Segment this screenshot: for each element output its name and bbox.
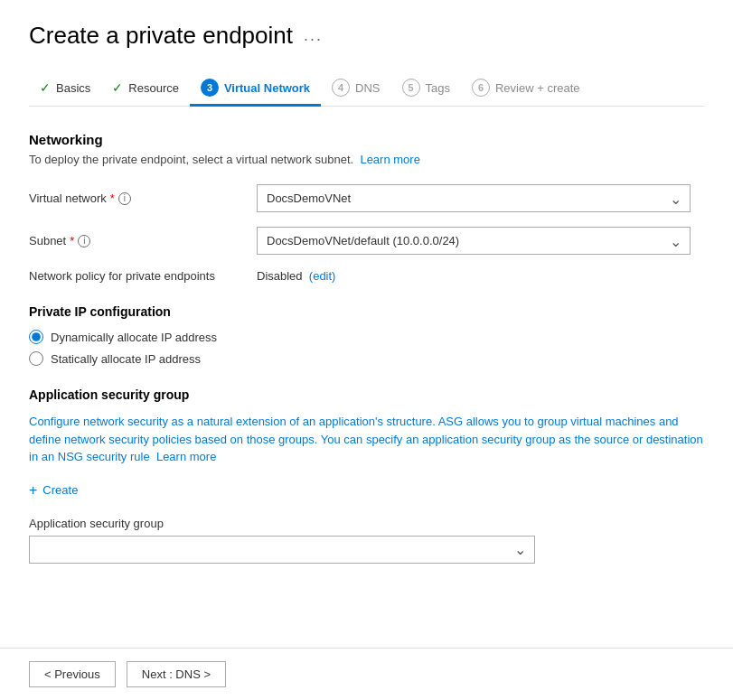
step-number-virtual-network: 3 bbox=[201, 79, 219, 97]
asg-title: Application security group bbox=[29, 387, 704, 402]
asg-select[interactable] bbox=[29, 536, 535, 564]
networking-section-title: Networking bbox=[29, 132, 704, 147]
radio-static-input[interactable] bbox=[29, 351, 43, 366]
private-ip-section: Private IP configuration Dynamically all… bbox=[29, 304, 704, 366]
network-policy-row: Network policy for private endpoints Dis… bbox=[29, 269, 704, 283]
virtual-network-info-icon[interactable]: i bbox=[118, 192, 131, 205]
step-label-tags: Tags bbox=[426, 81, 450, 95]
virtual-network-select-wrapper: DocsDemoVNet bbox=[257, 184, 691, 212]
previous-button[interactable]: < Previous bbox=[29, 661, 116, 687]
radio-dynamic-label: Dynamically allocate IP address bbox=[51, 331, 217, 344]
step-label-dns: DNS bbox=[355, 81, 380, 95]
step-label-virtual-network: Virtual Network bbox=[224, 81, 310, 95]
step-label-resource: Resource bbox=[128, 81, 179, 95]
footer: < Previous Next : DNS > bbox=[0, 648, 733, 700]
virtual-network-control: DocsDemoVNet bbox=[257, 184, 704, 212]
step-number-review-create: 6 bbox=[472, 79, 490, 97]
networking-section: Networking To deploy the private endpoin… bbox=[29, 132, 704, 283]
virtual-network-row: Virtual network * i DocsDemoVNet bbox=[29, 184, 704, 212]
subnet-label: Subnet * i bbox=[29, 234, 246, 247]
next-button[interactable]: Next : DNS > bbox=[127, 661, 226, 687]
asg-create-label: Create bbox=[42, 483, 78, 497]
step-number-tags: 5 bbox=[402, 79, 420, 97]
networking-section-desc: To deploy the private endpoint, select a… bbox=[29, 153, 704, 166]
network-policy-label: Network policy for private endpoints bbox=[29, 269, 246, 283]
wizard-step-basics[interactable]: ✓ Basics bbox=[29, 73, 101, 105]
network-policy-value: Disabled (edit) bbox=[257, 269, 335, 283]
check-icon-resource: ✓ bbox=[112, 80, 123, 95]
private-ip-title: Private IP configuration bbox=[29, 304, 704, 319]
subnet-required: * bbox=[70, 234, 74, 247]
subnet-select[interactable]: DocsDemoVNet/default (10.0.0.0/24) bbox=[257, 227, 691, 255]
asg-select-wrapper bbox=[29, 536, 535, 564]
subnet-select-wrapper: DocsDemoVNet/default (10.0.0.0/24) bbox=[257, 227, 691, 255]
asg-description: Configure network security as a natural … bbox=[29, 413, 704, 466]
virtual-network-label: Virtual network * i bbox=[29, 191, 246, 205]
subnet-control: DocsDemoVNet/default (10.0.0.0/24) bbox=[257, 227, 704, 255]
wizard-step-review-create[interactable]: 6 Review + create bbox=[461, 71, 591, 107]
asg-learn-more-link[interactable]: Learn more bbox=[156, 450, 216, 463]
network-policy-edit-link[interactable]: (edit) bbox=[309, 269, 336, 283]
virtual-network-select[interactable]: DocsDemoVNet bbox=[257, 184, 691, 212]
page-title-ellipsis: ... bbox=[304, 26, 323, 45]
networking-learn-more-link[interactable]: Learn more bbox=[360, 153, 419, 166]
wizard-step-tags[interactable]: 5 Tags bbox=[391, 71, 461, 107]
private-ip-radio-group: Dynamically allocate IP address Statical… bbox=[29, 330, 704, 366]
radio-static-label: Statically allocate IP address bbox=[51, 352, 201, 366]
asg-section: Application security group Configure net… bbox=[29, 387, 704, 564]
networking-desc-text: To deploy the private endpoint, select a… bbox=[29, 153, 353, 166]
step-label-review-create: Review + create bbox=[495, 81, 580, 95]
subnet-row: Subnet * i DocsDemoVNet/default (10.0.0.… bbox=[29, 227, 704, 255]
asg-create-button[interactable]: + Create bbox=[29, 479, 78, 502]
step-number-dns: 4 bbox=[332, 79, 350, 97]
page-title-text: Create a private endpoint bbox=[29, 22, 293, 50]
wizard-step-dns[interactable]: 4 DNS bbox=[321, 71, 390, 107]
asg-field-label: Application security group bbox=[29, 517, 704, 530]
wizard-steps: ✓ Basics ✓ Resource 3 Virtual Network 4 … bbox=[29, 71, 704, 107]
wizard-step-resource[interactable]: ✓ Resource bbox=[101, 73, 190, 105]
page-title: Create a private endpoint ... bbox=[29, 22, 704, 50]
radio-static[interactable]: Statically allocate IP address bbox=[29, 351, 704, 366]
check-icon-basics: ✓ bbox=[40, 80, 51, 95]
step-label-basics: Basics bbox=[56, 81, 90, 95]
subnet-info-icon[interactable]: i bbox=[78, 235, 90, 247]
virtual-network-required: * bbox=[110, 191, 115, 205]
radio-dynamic-input[interactable] bbox=[29, 330, 43, 344]
wizard-step-virtual-network[interactable]: 3 Virtual Network bbox=[190, 71, 321, 107]
radio-dynamic[interactable]: Dynamically allocate IP address bbox=[29, 330, 704, 344]
asg-field: Application security group bbox=[29, 517, 704, 564]
plus-icon: + bbox=[29, 482, 37, 499]
